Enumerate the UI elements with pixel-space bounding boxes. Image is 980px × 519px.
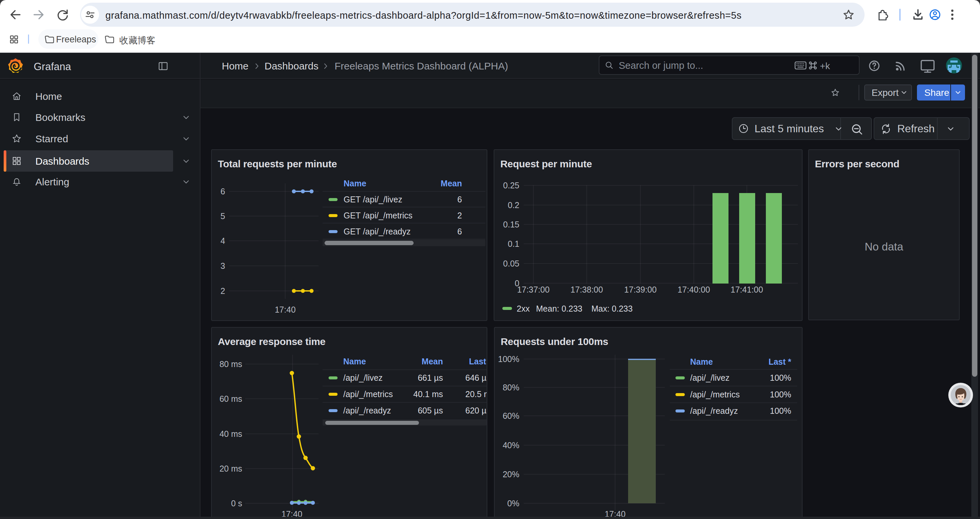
svg-text:20 ms: 20 ms [220, 464, 242, 473]
svg-text:Name: Name [343, 357, 366, 366]
svg-text:Last *: Last * [768, 357, 791, 366]
svg-text:Name: Name [690, 357, 713, 366]
svg-text:605 µs: 605 µs [418, 406, 443, 415]
svg-text:/api/_/readyz: /api/_/readyz [343, 406, 391, 415]
svg-text:0 s: 0 s [231, 498, 242, 508]
svg-text:Mean: Mean [422, 357, 443, 366]
svg-text:100%: 100% [770, 390, 791, 399]
svg-text:620 µs: 620 µs [465, 406, 491, 415]
svg-text:0%: 0% [508, 498, 519, 508]
svg-text:40.1 ms: 40.1 ms [413, 390, 443, 399]
svg-text:/api/_/livez: /api/_/livez [690, 373, 730, 382]
svg-text:100%: 100% [498, 355, 519, 364]
svg-text:80%: 80% [503, 383, 519, 392]
svg-text:100%: 100% [770, 373, 791, 382]
svg-text:60 ms: 60 ms [220, 394, 242, 404]
svg-text:661 µs: 661 µs [418, 373, 443, 382]
svg-text:40%: 40% [503, 441, 519, 450]
svg-text:80 ms: 80 ms [220, 359, 242, 369]
svg-text:/api/_/metrics: /api/_/metrics [690, 390, 740, 399]
svg-text:/api/_/metrics: /api/_/metrics [343, 390, 393, 399]
svg-text:40 ms: 40 ms [220, 429, 242, 439]
svg-text:646 µs: 646 µs [465, 373, 491, 382]
svg-text:100%: 100% [770, 406, 791, 415]
svg-text:/api/_/readyz: /api/_/readyz [690, 406, 738, 415]
svg-text:60%: 60% [503, 411, 519, 420]
svg-text:20.5 ms: 20.5 ms [465, 390, 495, 399]
svg-text:20%: 20% [503, 469, 519, 479]
svg-text:Last *: Last * [469, 357, 492, 366]
svg-text:/api/_/livez: /api/_/livez [343, 373, 383, 382]
